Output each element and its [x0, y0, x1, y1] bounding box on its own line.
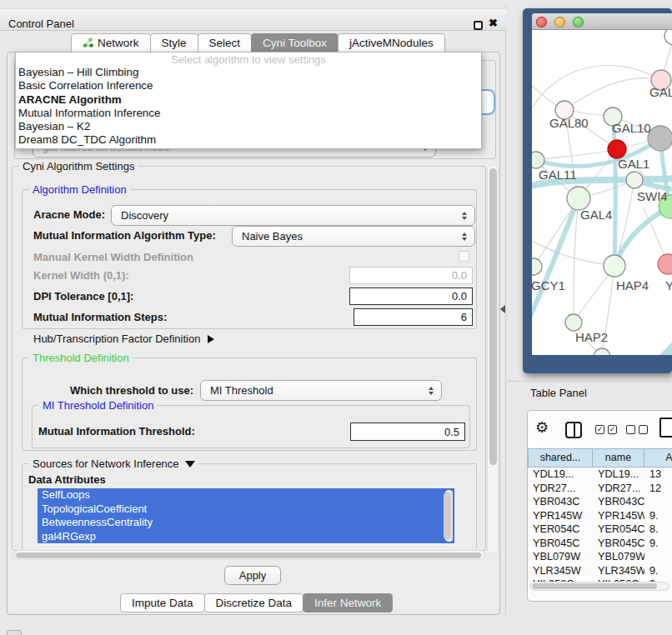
apply-button-label: Apply: [239, 569, 267, 582]
which-threshold-combo[interactable]: MI Threshold: [200, 380, 442, 401]
table-row[interactable]: YDR27...YDR27...12: [528, 482, 672, 496]
settings-vertical-scrollbar[interactable]: [487, 164, 499, 554]
data-attributes-list[interactable]: SelfLoopsTopologicalCoefficientBetweenne…: [38, 488, 454, 544]
network-edge[interactable]: [564, 78, 661, 110]
checkbox-checked-icon: ✓: [595, 425, 604, 434]
table-row[interactable]: YDL19...YDL19...13: [528, 468, 672, 482]
attribute-item-gal4rgexp[interactable]: gal4RGexp: [38, 530, 454, 544]
table-cell: 9.: [644, 509, 672, 523]
hidden-panel-button[interactable]: [7, 630, 22, 635]
kernel-width-label: Kernel Width (0,1):: [33, 269, 129, 282]
algorithm-option-aracne-algorithm[interactable]: ARACNE Algorithm: [16, 93, 481, 107]
network-node-swi4[interactable]: [626, 172, 643, 188]
sources-group-title[interactable]: Sources for Network Inference: [29, 458, 198, 470]
list-scrollbar[interactable]: [445, 490, 453, 542]
dpi-tolerance-field[interactable]: 0.0: [349, 288, 473, 305]
network-node[interactable]: [648, 126, 672, 151]
network-edge[interactable]: [536, 149, 617, 160]
attribute-item-betweennesscentrality[interactable]: BetweennessCentrality: [38, 516, 454, 530]
table-row[interactable]: YBR043CYBR043C: [528, 495, 672, 509]
kernel-width-field[interactable]: 0.0: [349, 267, 473, 284]
float-icon[interactable]: [474, 21, 483, 30]
algorithm-option-bayesian-hill-climbing[interactable]: Bayesian – Hill Climbing: [16, 66, 481, 79]
network-node[interactable]: [664, 30, 672, 45]
settings-group-title: Cyni Algorithm Settings: [19, 160, 138, 172]
scrollbar-thumb[interactable]: [16, 552, 481, 558]
tab-impute-data[interactable]: Impute Data: [120, 593, 205, 612]
table-cell: YBR043C: [528, 495, 593, 509]
node-label-hap4: HAP4: [616, 278, 649, 292]
attribute-item-selfloops[interactable]: SelfLoops: [38, 488, 454, 502]
mac-minimize-button[interactable]: [554, 17, 565, 28]
table-row[interactable]: YPR145WYPR145W9.: [528, 509, 672, 523]
tab-select[interactable]: Select: [198, 33, 253, 52]
network-node-hap4[interactable]: [604, 255, 625, 277]
splitpane-collapse-icon[interactable]: [500, 305, 505, 313]
network-window-titlebar[interactable]: [532, 13, 672, 30]
document-icon[interactable]: [659, 418, 672, 438]
network-node[interactable]: [594, 348, 610, 355]
table-cell: YBL079W: [528, 550, 593, 564]
combo-arrows-icon: [429, 387, 434, 395]
network-edge[interactable]: [613, 117, 615, 266]
columns-icon[interactable]: [565, 422, 582, 438]
network-edge[interactable]: [574, 198, 579, 322]
manual-kernel-width-checkbox[interactable]: [459, 251, 469, 262]
algorithm-option-bayesian-k2[interactable]: Bayesian – K2: [16, 120, 481, 133]
network-node-gal11[interactable]: [532, 152, 544, 168]
mac-zoom-button[interactable]: [573, 17, 584, 28]
aracne-mode-combo[interactable]: Discovery: [111, 205, 475, 226]
column-header-shared-[interactable]: shared...: [528, 448, 593, 468]
network-node-gal4[interactable]: [567, 187, 590, 210]
network-edge[interactable]: [532, 238, 614, 266]
network-node-hap2[interactable]: [565, 314, 582, 331]
combo-arrows-icon: [462, 212, 467, 220]
column-header-a[interactable]: A: [644, 448, 672, 468]
table-row[interactable]: YLR345WYLR345W9.: [528, 564, 672, 578]
table-cell: YBR045C: [593, 537, 644, 551]
network-node-gal1[interactable]: [608, 140, 626, 158]
table-row[interactable]: YBL079WYBL079W: [528, 550, 672, 564]
node-label-gcy1: GCY1: [532, 278, 565, 292]
tab-discretize-data[interactable]: Discretize Data: [204, 593, 304, 612]
deselect-all-columns-icon[interactable]: [626, 425, 648, 434]
table-row[interactable]: YER054CYER054C8.: [528, 522, 672, 537]
mi-threshold-field[interactable]: 0.5: [350, 422, 465, 441]
scrollbar-thumb[interactable]: [532, 583, 657, 589]
algorithm-option-dream8-dc-tdc-algorithm[interactable]: Dream8 DC_TDC Algorithm: [16, 133, 481, 147]
tab-infer-network[interactable]: Infer Network: [303, 593, 393, 612]
column-header-name[interactable]: name: [592, 448, 644, 468]
network-canvas[interactable]: GALGAL80GAL10GAL1GAL11SWI4GAL4GCY1HAP4YH…: [532, 30, 672, 355]
checkbox-unchecked-icon: [639, 425, 648, 434]
network-node-gcy1[interactable]: [532, 258, 542, 275]
algorithm-option-mutual-information-inference[interactable]: Mutual Information Inference: [16, 107, 481, 120]
table-cell: YDR27...: [593, 482, 644, 496]
gear-icon[interactable]: ⚙: [535, 418, 549, 437]
attribute-item-topologicalcoefficient[interactable]: TopologicalCoefficient: [38, 502, 454, 517]
algorithm-option-basic-correlation-inference[interactable]: Basic Correlation Inference: [16, 79, 481, 92]
panel-divider: [507, 381, 672, 382]
dropdown-item-list: Bayesian – Hill ClimbingBasic Correlatio…: [16, 66, 481, 148]
scrollbar-thumb[interactable]: [489, 168, 497, 465]
tab-cyni-toolbox[interactable]: Cyni Toolbox: [251, 33, 339, 52]
table-row[interactable]: YBR045CYBR045C9.: [528, 537, 672, 551]
select-all-columns-icon[interactable]: ✓ ✓: [595, 425, 617, 434]
network-edge[interactable]: [635, 338, 672, 355]
hub-definition-toggle[interactable]: Hub/Transcription Factor Definition: [33, 332, 214, 345]
tab-network[interactable]: Network: [71, 33, 151, 52]
manual-kernel-width-label: Manual Kernel Width Definition: [33, 251, 193, 263]
tab-jactivemnodules[interactable]: jActiveMNodules: [338, 33, 445, 52]
apply-button[interactable]: Apply: [224, 566, 281, 585]
mi-steps-field[interactable]: 6: [354, 308, 473, 326]
mi-algorithm-type-combo[interactable]: Naive Bayes: [232, 226, 475, 247]
table-cell: YLR345W: [528, 564, 593, 578]
dpi-tolerance-value: 0.0: [452, 290, 467, 302]
network-edge[interactable]: [532, 65, 661, 117]
close-icon[interactable]: ✖: [489, 17, 498, 29]
mac-close-button[interactable]: [536, 17, 547, 28]
network-node-y[interactable]: [658, 254, 672, 274]
control-panel-titlebar[interactable]: Control Panel ✖: [0, 8, 506, 31]
table-header-row: shared...nameA: [528, 448, 672, 468]
settings-horizontal-scrollbar[interactable]: [13, 550, 485, 560]
tab-style[interactable]: Style: [150, 33, 198, 52]
